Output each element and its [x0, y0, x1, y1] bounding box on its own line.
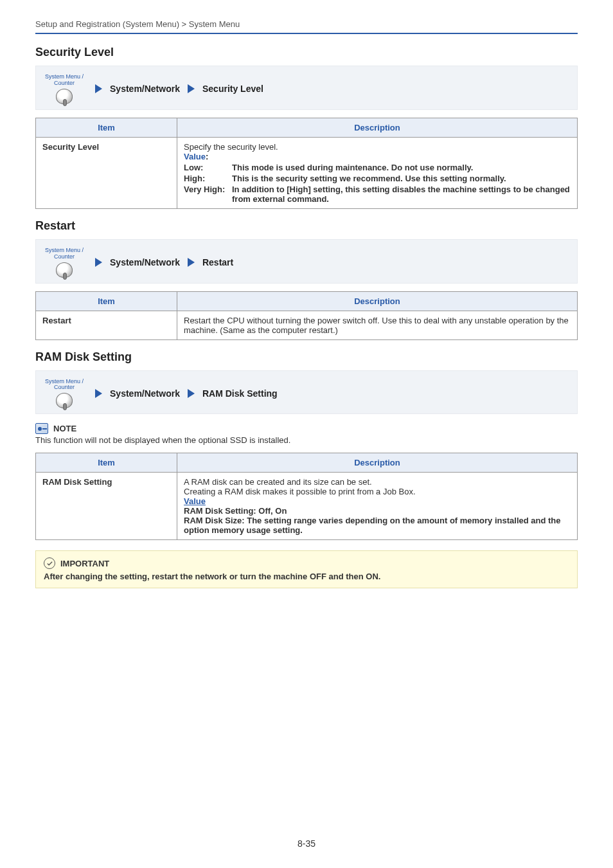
system-menu-button[interactable]: System Menu / Counter — [41, 379, 87, 409]
desc-line: A RAM disk can be created and its size c… — [184, 477, 571, 487]
touch-icon — [56, 262, 73, 278]
system-menu-button[interactable]: System Menu / Counter — [41, 74, 87, 104]
value-link[interactable]: Value — [184, 496, 206, 506]
note-title: NOTE — [53, 424, 76, 433]
nav-crumb: Security Level — [202, 84, 263, 94]
desc-line: RAM Disk Setting: Off, On — [184, 506, 571, 516]
restart-table: Item Description Restart Restart the CPU… — [35, 291, 578, 340]
important-box: IMPORTANT After changing the setting, re… — [35, 550, 578, 588]
check-circle-icon — [44, 557, 55, 569]
item-cell: RAM Disk Setting — [36, 473, 177, 540]
system-menu-button[interactable]: System Menu / Counter — [41, 248, 87, 278]
breadcrumb-header: Setup and Registration (System Menu) > S… — [35, 19, 578, 34]
item-cell: Security Level — [36, 137, 177, 208]
note-icon — [35, 423, 48, 434]
value-key: Low: — [184, 163, 232, 172]
desc-line: RAM Disk Size: The setting range varies … — [184, 516, 571, 535]
sys-label-bot: Counter — [54, 254, 75, 260]
note-body: This function will not be displayed when… — [35, 435, 578, 445]
nav-crumb: System/Network — [110, 388, 180, 399]
nav-crumb: RAM Disk Setting — [202, 388, 278, 399]
chevron-right-icon — [95, 389, 102, 398]
note-header: NOTE — [35, 423, 578, 434]
page-number: 8-35 — [0, 838, 613, 849]
important-body: After changing the setting, restart the … — [44, 572, 569, 581]
desc-line: Creating a RAM disk makes it possible to… — [184, 487, 571, 496]
table-header-desc: Description — [177, 453, 578, 473]
value-key: High: — [184, 174, 232, 183]
table-row: Restart Restart the CPU without turning … — [36, 311, 578, 339]
table-header-item: Item — [36, 453, 177, 473]
desc-cell: Restart the CPU without turning the powe… — [177, 311, 578, 339]
chevron-right-icon — [188, 84, 195, 93]
item-cell: Restart — [36, 311, 177, 339]
desc-cell: Specify the security level. Value: Low: … — [177, 137, 578, 208]
security-table: Item Description Security Level Specify … — [35, 118, 578, 209]
table-header-item: Item — [36, 291, 177, 311]
sys-label-bot: Counter — [54, 384, 75, 391]
chevron-right-icon — [188, 258, 195, 267]
nav-box-security: System Menu / Counter System/Network Sec… — [35, 66, 578, 110]
table-header-desc: Description — [177, 291, 578, 311]
value-text: This is the security setting we recommen… — [232, 174, 571, 183]
desc-cell: A RAM disk can be created and its size c… — [177, 473, 578, 540]
table-row: Security Level Specify the security leve… — [36, 137, 578, 208]
sys-label-bot: Counter — [54, 80, 75, 87]
touch-icon — [56, 89, 73, 104]
nav-crumb: System/Network — [110, 84, 180, 94]
value-text: In addition to [High] setting, this sett… — [232, 185, 571, 204]
nav-crumb: Restart — [202, 257, 233, 267]
value-text: This mode is used during maintenance. Do… — [232, 163, 571, 172]
chevron-right-icon — [95, 84, 102, 93]
value-label: Value — [184, 152, 206, 161]
ram-table: Item Description RAM Disk Setting A RAM … — [35, 453, 578, 540]
chevron-right-icon — [188, 389, 195, 398]
table-header-desc: Description — [177, 118, 578, 137]
section-title-restart: Restart — [35, 219, 578, 233]
important-title: IMPORTANT — [60, 559, 109, 568]
value-key: Very High: — [184, 185, 232, 204]
touch-icon — [56, 393, 73, 408]
desc-intro: Specify the security level. — [184, 142, 571, 152]
table-row: RAM Disk Setting A RAM disk can be creat… — [36, 473, 578, 540]
chevron-right-icon — [95, 258, 102, 267]
nav-box-restart: System Menu / Counter System/Network Res… — [35, 239, 578, 284]
section-title-ram: RAM Disk Setting — [35, 350, 578, 364]
nav-box-ram: System Menu / Counter System/Network RAM… — [35, 370, 578, 415]
table-header-item: Item — [36, 118, 177, 137]
section-title-security: Security Level — [35, 46, 578, 59]
nav-crumb: System/Network — [110, 257, 180, 267]
